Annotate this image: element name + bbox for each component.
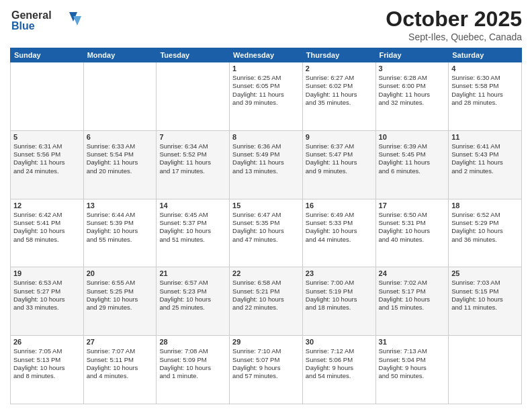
day-detail: Sunset: 5:09 PM xyxy=(159,356,226,364)
table-row: 23Sunrise: 7:00 AMSunset: 5:19 PMDayligh… xyxy=(302,267,375,336)
day-detail: Daylight: 11 hours xyxy=(379,91,446,99)
day-detail: and 33 minutes. xyxy=(13,304,81,312)
day-detail: Sunset: 5:23 PM xyxy=(159,287,226,295)
day-detail: Daylight: 10 hours xyxy=(379,227,446,235)
location: Sept-Iles, Quebec, Canada xyxy=(386,32,522,42)
table-row: 15Sunrise: 6:47 AMSunset: 5:35 PMDayligh… xyxy=(230,199,303,267)
table-row: 19Sunrise: 6:53 AMSunset: 5:27 PMDayligh… xyxy=(11,267,84,336)
col-saturday: Saturday xyxy=(449,48,522,62)
day-detail: Sunrise: 6:42 AM xyxy=(13,211,81,219)
day-detail: and 58 minutes. xyxy=(13,236,81,244)
day-detail: Sunrise: 6:47 AM xyxy=(232,211,300,219)
table-row: 31Sunrise: 7:13 AMSunset: 5:04 PMDayligh… xyxy=(375,336,449,404)
day-detail: Sunrise: 6:45 AM xyxy=(159,211,226,219)
day-detail: Sunrise: 7:05 AM xyxy=(13,347,81,355)
day-number: 2 xyxy=(306,64,373,73)
day-detail: and 1 minute. xyxy=(159,372,226,380)
table-row xyxy=(449,336,522,404)
day-detail: and 25 minutes. xyxy=(159,304,226,312)
day-number: 10 xyxy=(379,133,446,141)
day-detail: and 20 minutes. xyxy=(87,167,154,175)
day-detail: and 50 minutes. xyxy=(379,372,446,380)
day-detail: Sunrise: 6:39 AM xyxy=(379,142,446,150)
day-number: 29 xyxy=(232,338,300,346)
day-detail: Sunrise: 6:49 AM xyxy=(306,211,373,219)
table-row: 4Sunrise: 6:30 AMSunset: 5:58 PMDaylight… xyxy=(449,62,522,131)
day-detail: Daylight: 11 hours xyxy=(159,158,226,167)
calendar-week-row: 19Sunrise: 6:53 AMSunset: 5:27 PMDayligh… xyxy=(11,267,522,336)
day-detail: Sunrise: 6:25 AM xyxy=(232,74,300,82)
day-detail: Sunset: 5:54 PM xyxy=(87,150,154,158)
day-detail: Sunset: 5:45 PM xyxy=(379,150,446,158)
day-detail: and 47 minutes. xyxy=(232,236,300,244)
col-sunday: Sunday xyxy=(11,48,84,62)
day-detail: Sunset: 5:25 PM xyxy=(87,287,154,295)
svg-text:Blue: Blue xyxy=(11,20,35,32)
day-detail: and 13 minutes. xyxy=(232,167,300,175)
day-detail: Sunset: 5:29 PM xyxy=(451,219,519,227)
day-detail: Sunset: 5:21 PM xyxy=(232,287,300,295)
day-detail: Daylight: 11 hours xyxy=(306,158,373,167)
day-detail: Sunrise: 6:55 AM xyxy=(87,279,154,287)
day-detail: Sunset: 5:13 PM xyxy=(13,356,81,364)
day-detail: and 8 minutes. xyxy=(13,372,81,380)
table-row: 16Sunrise: 6:49 AMSunset: 5:33 PMDayligh… xyxy=(302,199,375,267)
day-detail: Sunrise: 7:07 AM xyxy=(87,347,154,355)
day-number: 13 xyxy=(87,201,154,210)
day-detail: Sunrise: 6:50 AM xyxy=(379,211,446,219)
svg-text:General: General xyxy=(11,9,52,21)
table-row: 21Sunrise: 6:57 AMSunset: 5:23 PMDayligh… xyxy=(157,267,230,336)
col-friday: Friday xyxy=(375,48,449,62)
day-number: 26 xyxy=(13,338,81,346)
day-number: 28 xyxy=(159,338,226,346)
day-number: 27 xyxy=(87,338,154,346)
table-row: 28Sunrise: 7:08 AMSunset: 5:09 PMDayligh… xyxy=(157,336,230,404)
calendar-week-row: 1Sunrise: 6:25 AMSunset: 6:05 PMDaylight… xyxy=(11,62,522,131)
day-number: 9 xyxy=(306,133,373,141)
day-detail: and 24 minutes. xyxy=(13,167,81,175)
day-detail: Daylight: 10 hours xyxy=(451,227,519,235)
day-number: 23 xyxy=(306,269,373,277)
day-detail: Daylight: 11 hours xyxy=(87,158,154,167)
day-number: 17 xyxy=(379,201,446,210)
day-detail: Sunrise: 6:41 AM xyxy=(451,142,519,150)
table-row: 29Sunrise: 7:10 AMSunset: 5:07 PMDayligh… xyxy=(230,336,303,404)
day-detail: Sunset: 5:11 PM xyxy=(87,356,154,364)
table-row xyxy=(157,62,230,131)
day-number: 18 xyxy=(451,201,519,210)
day-number: 14 xyxy=(159,201,226,210)
day-detail: and 29 minutes. xyxy=(87,304,154,312)
calendar-table: Sunday Monday Tuesday Wednesday Thursday… xyxy=(10,48,522,404)
day-detail: Sunrise: 7:08 AM xyxy=(159,347,226,355)
table-row: 22Sunrise: 6:58 AMSunset: 5:21 PMDayligh… xyxy=(230,267,303,336)
calendar-header-row: Sunday Monday Tuesday Wednesday Thursday… xyxy=(11,48,522,62)
day-detail: Sunset: 5:07 PM xyxy=(232,356,300,364)
day-detail: Daylight: 10 hours xyxy=(13,295,81,304)
day-detail: Sunrise: 6:37 AM xyxy=(306,142,373,150)
day-number: 1 xyxy=(232,64,300,73)
day-detail: and 11 minutes. xyxy=(451,304,519,312)
table-row: 24Sunrise: 7:02 AMSunset: 5:17 PMDayligh… xyxy=(375,267,449,336)
day-detail: Daylight: 9 hours xyxy=(379,364,446,372)
day-detail: and 44 minutes. xyxy=(306,236,373,244)
day-detail: Sunrise: 7:10 AM xyxy=(232,347,300,355)
day-detail: and 6 minutes. xyxy=(379,167,446,175)
table-row xyxy=(83,62,157,131)
day-number: 25 xyxy=(451,269,519,277)
day-number: 4 xyxy=(451,64,519,73)
table-row: 11Sunrise: 6:41 AMSunset: 5:43 PMDayligh… xyxy=(449,130,522,199)
day-detail: Daylight: 9 hours xyxy=(232,364,300,372)
day-detail: and 36 minutes. xyxy=(451,236,519,244)
table-row xyxy=(11,62,84,131)
day-detail: and 39 minutes. xyxy=(232,99,300,107)
logo-icon: General Blue xyxy=(10,7,84,34)
day-number: 22 xyxy=(232,269,300,277)
day-detail: Sunset: 5:56 PM xyxy=(13,150,81,158)
day-detail: and 51 minutes. xyxy=(159,236,226,244)
day-detail: Sunrise: 6:53 AM xyxy=(13,279,81,287)
day-detail: Sunset: 5:06 PM xyxy=(306,356,373,364)
table-row: 13Sunrise: 6:44 AMSunset: 5:39 PMDayligh… xyxy=(83,199,157,267)
table-row: 14Sunrise: 6:45 AMSunset: 5:37 PMDayligh… xyxy=(157,199,230,267)
day-detail: Daylight: 11 hours xyxy=(232,158,300,167)
day-detail: Sunrise: 6:36 AM xyxy=(232,142,300,150)
